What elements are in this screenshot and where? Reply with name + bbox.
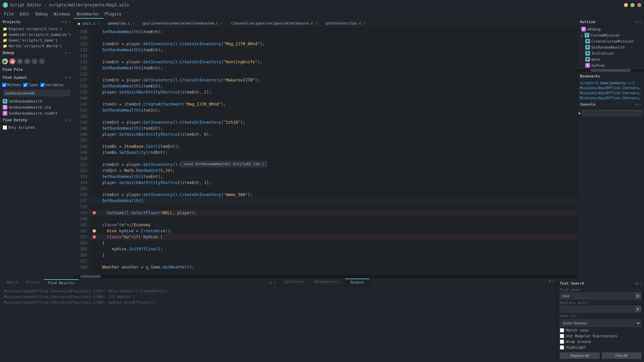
outline-createcustommission[interactable]: M CreateCustomMission [577, 38, 644, 44]
find-entity-icon-2[interactable]: ✕ [68, 118, 71, 122]
debug-icon-2[interactable]: ✕ [68, 51, 71, 55]
bottom-tab-findresults[interactable]: Find Results [44, 279, 79, 286]
debug-step-over-btn[interactable]: ⤵ [24, 58, 30, 64]
tab-attachpouch[interactable]: classes\recipes\recipes\attachpouch.c ✕ [227, 18, 322, 28]
filter-variables[interactable]: Variables [40, 83, 63, 87]
wrap-around-check[interactable] [560, 340, 564, 344]
outline-icon-2[interactable]: ✕ [639, 20, 641, 24]
outline-icon-1[interactable]: ⊕ [636, 20, 638, 24]
project-game[interactable]: 📁 Game('scripts/3_Game') [0, 38, 73, 43]
find-results-panel[interactable]: Missions/dayzOffline.ChernarusPlus/init.… [0, 287, 278, 362]
debug-step-in-btn[interactable]: ↓ [32, 58, 38, 64]
match-case-check[interactable] [560, 328, 564, 333]
bookmark-1[interactable]: Missions/dayzOffline.ChernarusPlus/init.… [577, 85, 644, 90]
code-line-135: SetRandomHealth(itemEnt); [90, 65, 577, 71]
tab-attachpouch-close[interactable]: ✕ [315, 21, 318, 25]
find-all-button[interactable]: Find All [602, 352, 642, 359]
bottom-tab-watch[interactable]: Watch [3, 279, 22, 286]
bookmark-3[interactable]: Missions/dayzOffline.ChernarusPlus/init.… [577, 96, 644, 101]
outline-main[interactable]: M main [577, 56, 644, 62]
find-results-icon-2[interactable]: ✕ [273, 281, 276, 285]
projects-icon-3[interactable]: ✕ [68, 20, 71, 24]
outline-mdebug[interactable]: V mDebug [577, 26, 644, 32]
symbol-result-1[interactable]: V SetRandomHealth.itm [0, 104, 73, 110]
debug-run-btn[interactable]: ▶ [2, 58, 8, 64]
find-what-dropdown[interactable]: ▼ [635, 293, 641, 299]
code-content[interactable]: SetRandomHealth(itemEnt); itemEnt = play… [90, 28, 577, 275]
only-scripted-check[interactable] [3, 125, 7, 130]
project-engine[interactable]: 📁 Engine('scripts/1_Core') [0, 26, 73, 32]
debug-stop-btn[interactable]: ■ [9, 58, 15, 64]
symbol-result-0[interactable]: S SetRandomHealth [0, 98, 73, 104]
console-icon-1[interactable]: ⊕ [636, 102, 638, 107]
output-tab-output[interactable]: Output [345, 279, 370, 286]
console-input[interactable] [582, 110, 643, 116]
filter-variables-check[interactable] [40, 83, 45, 87]
outline-custommission[interactable]: ▶ C CustomMission [577, 32, 644, 38]
find-result-item[interactable]: Missions/dayzOffline.ChernarusPlus/init.… [0, 300, 278, 305]
outline-scroll-thumb[interactable] [591, 69, 631, 72]
projects-icon-2[interactable]: ⊟ [65, 20, 67, 24]
tab-handsarea-close[interactable]: ✕ [220, 21, 223, 25]
menu-edit[interactable]: Edit [17, 11, 32, 17]
menu-debug[interactable]: Debug [33, 11, 50, 17]
tab-gameplay[interactable]: gameplay.c ✕ [104, 18, 139, 28]
editor-area[interactable]: 1291301311321331341351361371381391401411… [74, 28, 577, 275]
find-what-input[interactable] [560, 293, 634, 299]
symbol-result-2[interactable]: V SetRandomHealth.rndHlt [0, 110, 73, 116]
projects-icon-1[interactable]: ⊕ [61, 20, 64, 24]
menu-plugins[interactable]: Plugins [102, 11, 124, 17]
find-entity-icon-1[interactable]: ⊕ [65, 118, 67, 122]
tab-handsarea[interactable]: gui\inventorynew\areas\handsarea.c ✕ [139, 18, 227, 28]
output-icon-1[interactable]: ⊕ [549, 279, 551, 286]
close-button[interactable]: ✕ [637, 3, 641, 7]
debug-step-out-btn[interactable]: ↑ [39, 58, 45, 64]
tab-enscript[interactable]: proto\enscript.c ✕ [322, 18, 370, 28]
text-search-icon-2[interactable]: ✕ [639, 281, 641, 286]
text-search-icon-1[interactable]: ⊕ [636, 281, 638, 286]
find-results-icon-1[interactable]: ⊕ [270, 281, 272, 285]
look-in-select[interactable]: Entire Solution [560, 319, 641, 327]
bookmark-0[interactable]: scripts/3_Game/gameplay.c:1 [577, 80, 644, 85]
menu-bookmarks[interactable]: Bookmarks [74, 11, 101, 17]
highlight-check[interactable] [560, 345, 564, 350]
filter-methods[interactable]: Methods [2, 83, 21, 87]
find-result-item[interactable]: Missions/dayzOffline.ChernarusPlus/init.… [0, 294, 278, 300]
project-gamelib[interactable]: 📁 GameLib('scripts/2_GameLib') [0, 32, 73, 38]
tab-init[interactable]: ● init.c ✕ [74, 18, 104, 28]
menu-windows[interactable]: Windows [51, 11, 73, 17]
menu-file[interactable]: File [1, 11, 16, 17]
outline-scrollbar[interactable] [577, 69, 644, 72]
replace-with-input[interactable] [560, 306, 634, 312]
output-tab-callstack[interactable]: Callstack [279, 279, 310, 286]
bookmark-2[interactable]: Missions/dayzOffline.ChernarusPlus/init.… [577, 90, 644, 96]
filter-types[interactable]: Types [23, 83, 38, 87]
tab-gameplay-close[interactable]: ✕ [132, 21, 135, 25]
filter-methods-check[interactable] [2, 83, 6, 87]
console-icon-2[interactable]: ✕ [639, 102, 641, 107]
debug-restart-btn[interactable]: ↺ [17, 58, 23, 64]
debug-icon-1[interactable]: ⊕ [65, 51, 67, 55]
tab-enscript-close[interactable]: ✕ [363, 21, 366, 25]
symbol-search-input[interactable] [3, 90, 70, 96]
tab-init-close[interactable]: ✕ [97, 21, 100, 26]
replace-with-dropdown[interactable]: ▼ [635, 306, 641, 312]
replace-all-button[interactable]: Replace All [560, 352, 600, 359]
find-symbol-icon-2[interactable]: ✕ [68, 75, 71, 80]
editor-hscrollbar[interactable] [74, 275, 577, 278]
minimize-button[interactable]: ─ [624, 3, 628, 7]
project-world[interactable]: 📁 World('scripts/4_World') [0, 43, 73, 49]
find-result-item[interactable]: Missions/dayzOffline.ChernarusPlus/init.… [0, 288, 278, 294]
outline-setrandomhealth[interactable]: M SetRandomHealth [577, 44, 644, 50]
editor-tabs: ● init.c ✕ gameplay.c ✕ gui\inventorynew… [74, 18, 577, 28]
use-regex-check[interactable] [560, 334, 564, 338]
find-symbol-icon-1[interactable]: ⊕ [65, 75, 67, 80]
output-icon-2[interactable]: ✕ [552, 279, 555, 286]
outline-myhive[interactable]: V myHive [577, 62, 644, 68]
bottom-tab-errors[interactable]: Errors [22, 279, 44, 286]
maximize-button[interactable]: □ [631, 3, 635, 7]
outline-initialize[interactable]: M Initialize [577, 50, 644, 56]
output-tab-breakpoints[interactable]: Breakpoints [310, 279, 345, 286]
editor-hscroll-thumb[interactable] [80, 275, 101, 278]
filter-types-check[interactable] [23, 83, 28, 87]
